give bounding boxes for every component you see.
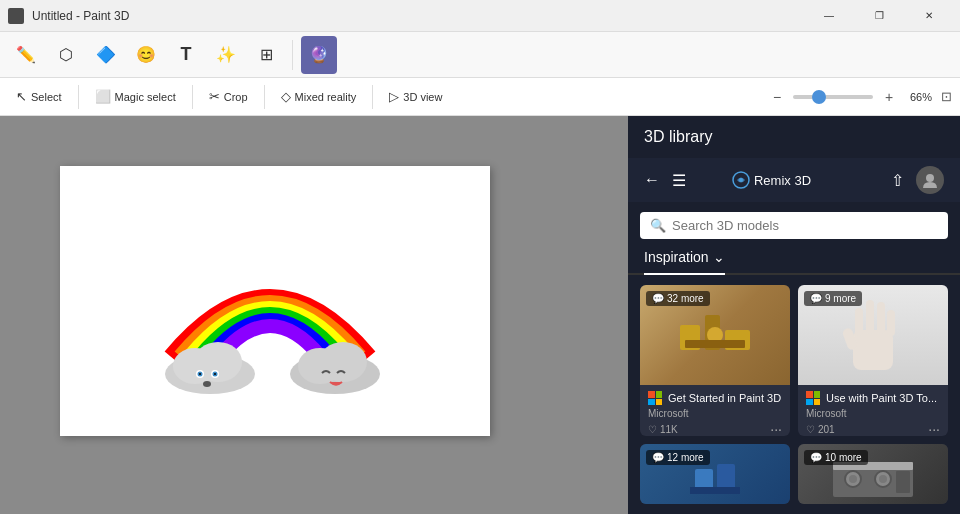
select-label: Select: [31, 91, 62, 103]
card-3-badge: 💬 12 more: [646, 450, 710, 465]
svg-rect-36: [896, 471, 910, 493]
stickers-icon: 😊: [136, 45, 156, 64]
badge-icon-3: 💬: [652, 452, 664, 463]
3dlibrary-icon: 🔮: [309, 45, 329, 64]
svg-rect-25: [887, 310, 895, 336]
3dview-icon: ▷: [389, 89, 399, 104]
card-3-image: 💬 12 more: [640, 444, 790, 504]
window-title: Untitled - Paint 3D: [32, 9, 129, 23]
badge-icon-2: 💬: [810, 293, 822, 304]
remix3d-label: Remix 3D: [754, 173, 811, 188]
card-4[interactable]: 💬 10 more: [798, 444, 948, 504]
secondary-toolbar: ↖ Select ⬜ Magic select ✂ Crop ◇ Mixed r…: [0, 78, 960, 116]
tool-stickers[interactable]: 😊: [128, 36, 164, 74]
search-input[interactable]: [672, 218, 938, 233]
svg-rect-23: [866, 300, 874, 334]
rainbow-image: [140, 226, 390, 426]
nav-menu-button[interactable]: ☰: [672, 171, 686, 190]
svg-point-14: [739, 178, 743, 182]
microsoft-flag-icon: [648, 391, 662, 405]
svg-point-5: [199, 373, 201, 375]
user-avatar[interactable]: [916, 166, 944, 194]
minimize-button[interactable]: —: [806, 0, 852, 32]
library-title: 3D library: [644, 128, 712, 146]
tool-crop[interactable]: ✂ Crop: [201, 85, 256, 108]
text-icon: T: [181, 44, 192, 65]
titlebar-left: Untitled - Paint 3D: [8, 8, 129, 24]
sec-sep-1: [78, 85, 79, 109]
maximize-button[interactable]: ❐: [856, 0, 902, 32]
remix3d-icon: [732, 171, 750, 189]
card-get-started[interactable]: 💬 32 more Get Started in Paint 3D Micros…: [640, 285, 790, 436]
effects-icon: ✨: [216, 45, 236, 64]
tool-mixed-reality[interactable]: ◇ Mixed reality: [273, 85, 365, 108]
nav-upload-button[interactable]: ⇧: [891, 171, 904, 190]
sec-sep-2: [192, 85, 193, 109]
search-icon: 🔍: [650, 218, 666, 233]
tool-3d-library[interactable]: 🔮: [301, 36, 337, 74]
svg-rect-27: [695, 469, 713, 489]
canvas-area[interactable]: [0, 116, 628, 514]
mixed-reality-label: Mixed reality: [295, 91, 357, 103]
select-icon: ↖: [16, 89, 27, 104]
heart-icon-2: ♡: [806, 424, 815, 435]
microsoft-flag-icon-2: [806, 391, 820, 405]
tool-2d-shapes[interactable]: ⬡: [48, 36, 84, 74]
card-get-started-more[interactable]: ···: [770, 421, 782, 436]
card-use-paint-more[interactable]: ···: [928, 421, 940, 436]
tool-magic-select[interactable]: ⬜ Magic select: [87, 85, 184, 108]
tool-canvas[interactable]: ⊞: [248, 36, 284, 74]
tool-text[interactable]: T: [168, 36, 204, 74]
library-header: 3D library: [628, 116, 960, 158]
search-bar[interactable]: 🔍: [640, 212, 948, 239]
card-get-started-author: Microsoft: [648, 408, 782, 419]
tool-3d-shapes[interactable]: 🔷: [88, 36, 124, 74]
gold-objects-svg: [675, 305, 755, 365]
nav-back-button[interactable]: ←: [644, 171, 660, 189]
toolbar-separator: [292, 40, 293, 70]
brush-icon: ✏️: [16, 45, 36, 64]
zoom-fit-icon[interactable]: ⊡: [941, 89, 952, 104]
badge-count: 32 more: [667, 293, 704, 304]
app-icon: [8, 8, 24, 24]
card-get-started-badge: 💬 32 more: [646, 291, 710, 306]
tool-select[interactable]: ↖ Select: [8, 85, 70, 108]
mixed-reality-icon: ◇: [281, 89, 291, 104]
svg-rect-24: [877, 302, 885, 334]
likes-count: 11K: [660, 424, 678, 435]
tool-3d-view[interactable]: ▷ 3D view: [381, 85, 450, 108]
titlebar-controls: — ❐ ✕: [806, 0, 952, 32]
zoom-slider[interactable]: [793, 95, 873, 99]
card-use-paint[interactable]: 💬 9 more Use with Paint 3D To... Microso…: [798, 285, 948, 436]
card-get-started-info: Get Started in Paint 3D Microsoft ♡ 11K …: [640, 385, 790, 436]
card-get-started-meta: Get Started in Paint 3D: [648, 391, 782, 405]
main-layout: 3D library ← ☰ Remix 3D ⇧: [0, 116, 960, 514]
card-get-started-image: 💬 32 more: [640, 285, 790, 385]
zoom-out-button[interactable]: −: [765, 85, 789, 109]
close-button[interactable]: ✕: [906, 0, 952, 32]
card-use-paint-badge: 💬 9 more: [804, 291, 862, 306]
zoom-in-button[interactable]: +: [877, 85, 901, 109]
inspiration-tab-label[interactable]: Inspiration ⌄: [644, 249, 725, 275]
card-3[interactable]: 💬 12 more: [640, 444, 790, 504]
magic-select-icon: ⬜: [95, 89, 111, 104]
3dview-label: 3D view: [403, 91, 442, 103]
card-use-paint-likes: ♡ 201: [806, 424, 835, 435]
card-use-paint-image: 💬 9 more: [798, 285, 948, 385]
badge-count-3: 12 more: [667, 452, 704, 463]
canvas-paper: [60, 166, 490, 436]
svg-point-9: [203, 381, 211, 387]
inspiration-chevron-icon: ⌄: [713, 249, 725, 265]
svg-point-8: [214, 373, 216, 375]
magic-select-label: Magic select: [115, 91, 176, 103]
tool-brushes[interactable]: ✏️: [8, 36, 44, 74]
library-panel: 3D library ← ☰ Remix 3D ⇧: [628, 116, 960, 514]
svg-point-32: [849, 475, 857, 483]
tool-effects[interactable]: ✨: [208, 36, 244, 74]
badge-icon-4: 💬: [810, 452, 822, 463]
sec-sep-4: [372, 85, 373, 109]
crop-icon: ✂: [209, 89, 220, 104]
card-4-image: 💬 10 more: [798, 444, 948, 504]
svg-rect-22: [855, 308, 863, 336]
card-use-paint-actions: ♡ 201 ···: [806, 419, 940, 436]
